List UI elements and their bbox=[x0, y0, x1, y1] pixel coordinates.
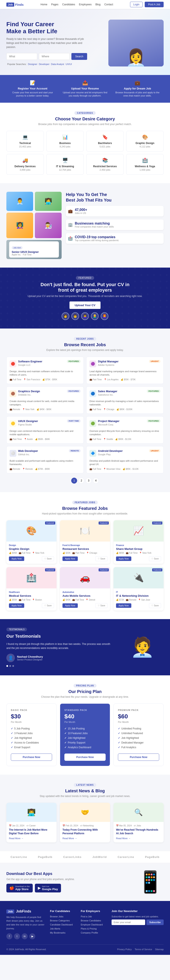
pricing-purchase-button[interactable]: Purchase Now bbox=[11, 754, 52, 761]
tag-uxui[interactable]: UX/UI bbox=[66, 63, 72, 65]
featured-save-button[interactable]: ♡ Save bbox=[149, 603, 161, 608]
tag-designer[interactable]: Designer bbox=[28, 63, 38, 65]
search-where-input[interactable] bbox=[39, 53, 70, 60]
footer-bottom-link[interactable]: Sitemap bbox=[155, 948, 164, 951]
footer-employer-link[interactable]: Plans & Pricing bbox=[81, 928, 107, 930]
category-technical[interactable]: 💻 Technical 15,402 jobs bbox=[6, 131, 44, 151]
page-btn-1[interactable]: 1 bbox=[71, 478, 77, 484]
brand-item: JobWorld bbox=[93, 855, 107, 859]
pricing-feature: 5 Job Posting bbox=[11, 726, 52, 731]
news-meta: 📅 Jan 22, 2024 🏷 Career bbox=[9, 824, 54, 827]
nav-candidates[interactable]: Candidates bbox=[62, 3, 75, 6]
nav-employees[interactable]: Employees bbox=[79, 3, 91, 6]
featured-save-button[interactable]: ♡ Save bbox=[42, 603, 54, 608]
footer-employer-link[interactable]: Browse Candidates bbox=[81, 919, 107, 922]
category-bachelors[interactable]: 🔖 Bachhelors 5,621 jobs bbox=[86, 131, 124, 151]
job-desc: Oversee project lifecycle from planning … bbox=[90, 429, 161, 436]
category-design[interactable]: 🎨 Graphic Design 4,112 jobs bbox=[126, 131, 164, 151]
category-business[interactable]: 📊 Business 8,243 jobs bbox=[46, 131, 84, 151]
youtube-icon[interactable]: ▶ bbox=[29, 933, 35, 939]
pricing-feature: 10 Featured Jobs bbox=[65, 731, 105, 736]
search-what-input[interactable] bbox=[6, 53, 37, 60]
cta-badge: FEATURED bbox=[76, 276, 94, 280]
cta-upload-button[interactable]: Upload Your CV bbox=[69, 301, 101, 309]
t-dot-1[interactable] bbox=[6, 665, 8, 667]
job-location: 📍 San Francisco bbox=[24, 379, 40, 381]
linkedin-icon[interactable]: in bbox=[22, 933, 28, 939]
featured-save-button[interactable]: ♡ Save bbox=[149, 556, 161, 561]
featured-apply-button[interactable]: Apply Now bbox=[116, 603, 131, 608]
featured-save-button[interactable]: ♡ Save bbox=[95, 603, 107, 608]
nav-contact[interactable]: Contact bbox=[104, 3, 113, 6]
nav-home[interactable]: Home bbox=[41, 3, 47, 6]
page-btn-4[interactable]: 4 bbox=[93, 478, 99, 484]
featured-save-button[interactable]: ♡ Save bbox=[42, 556, 54, 561]
featured-apply-button[interactable]: Apply Now bbox=[63, 557, 78, 561]
job-card: 🔵 Sales Manager Salesforce Inc. FEATURED… bbox=[86, 387, 164, 414]
footer-candidate-link[interactable]: Browse Jobs bbox=[50, 915, 76, 918]
app-store-button[interactable]: 🍎 Download on the App Store bbox=[6, 884, 33, 892]
featured-apply-button[interactable]: Apply Now bbox=[9, 557, 24, 561]
job-salary: 💰 $70K - $90K bbox=[35, 468, 50, 470]
footer-bottom-link[interactable]: Terms of Service bbox=[135, 948, 152, 951]
category-wellness[interactable]: 🏥 Wellness & Yoga 1,930 jobs bbox=[126, 154, 164, 175]
job-badge: FEATURED bbox=[67, 360, 80, 363]
footer-candidate-link[interactable]: Job Alerts bbox=[50, 928, 76, 930]
footer-employer-link[interactable]: Employer Dashboard bbox=[81, 923, 107, 926]
post-job-button[interactable]: Post A Job bbox=[145, 2, 164, 7]
t-dot-3[interactable] bbox=[12, 665, 14, 667]
play-store-button[interactable]: ▶ Get it on Google Play bbox=[35, 884, 61, 892]
featured-jobs-header: FEATURED JOBS Browse Featured Jobs Hand-… bbox=[6, 501, 164, 515]
category-restricted[interactable]: 📚 Restricted Services 2,450 jobs bbox=[86, 154, 124, 175]
job-desc: Drive revenue growth by managing a team … bbox=[90, 399, 161, 406]
footer-candidate-link[interactable]: Candidate Dashboard bbox=[50, 923, 76, 926]
login-button[interactable]: Login bbox=[130, 2, 143, 7]
page-btn-3[interactable]: 3 bbox=[86, 478, 91, 484]
nav-blog[interactable]: Blog bbox=[95, 3, 101, 6]
tag-developer[interactable]: Developer bbox=[39, 63, 49, 65]
newsletter-input[interactable] bbox=[112, 920, 145, 925]
footer-socials: f t in ▶ bbox=[6, 933, 45, 939]
step-resume: 📤 Upload Your Resume Upload your resume … bbox=[59, 80, 111, 97]
jobs-icon: 💼 bbox=[68, 209, 73, 213]
newsletter-subscribe-button[interactable]: Subscribe bbox=[146, 920, 164, 925]
featured-apply-button[interactable]: Apply Now bbox=[9, 603, 24, 608]
nav-pages[interactable]: Pages bbox=[51, 3, 58, 6]
featured-meta: 💰 $40K 💼 Full Time 📍 Detroit bbox=[63, 599, 107, 601]
t-dot-2[interactable] bbox=[9, 665, 11, 667]
featured-save-button[interactable]: ♡ Save bbox=[95, 556, 107, 561]
footer-bottom-link[interactable]: Privacy Policy bbox=[117, 948, 132, 951]
pricing-purchase-button[interactable]: Purchase Now bbox=[65, 754, 105, 761]
job-badge: FEATURED bbox=[67, 390, 80, 393]
avatar-1: 👩 bbox=[61, 312, 69, 320]
avatar-5: 👩‍🦰 bbox=[101, 312, 109, 320]
featured-apply-button[interactable]: Apply Now bbox=[116, 557, 131, 561]
tag-analyst[interactable]: Data Analyst bbox=[51, 63, 64, 65]
jobs-grid: 🔴 Software Engineer Google LLC FEATURED … bbox=[6, 356, 164, 473]
footer-candidate-link[interactable]: My Bookmarks bbox=[50, 931, 76, 934]
twitter-icon[interactable]: t bbox=[14, 933, 20, 939]
job-desc: Design user-centered interfaces and expe… bbox=[9, 429, 80, 436]
best-job-content: Help You To Get TheBest Job That Fits Yo… bbox=[66, 192, 164, 247]
hero-image: 👩‍💼 bbox=[109, 20, 164, 67]
search-button[interactable]: Search bbox=[71, 53, 87, 60]
news-read-more[interactable]: Read More → bbox=[116, 837, 131, 840]
news-read-more[interactable]: Read More → bbox=[9, 837, 24, 840]
job-location: 📍 Seattle bbox=[103, 438, 113, 441]
category-it[interactable]: 🖥️ IT & Streaming 12,764 jobs bbox=[46, 154, 84, 175]
footer-candidate-link[interactable]: Browse Categories bbox=[50, 919, 76, 922]
page-btn-2[interactable]: 2 bbox=[79, 478, 84, 484]
business-count: 8,243 jobs bbox=[49, 145, 81, 148]
step-resume-desc: Upload your resume and let employers fin… bbox=[61, 91, 109, 97]
it-name: IT & Streaming bbox=[49, 165, 81, 168]
footer-employer-link[interactable]: Company Profile bbox=[81, 931, 107, 934]
logo: Job Finds bbox=[6, 3, 24, 6]
job-card: 🟢 Project Manager Microsoft Corp. FEATUR… bbox=[86, 416, 164, 444]
featured-apply-button[interactable]: Apply Now bbox=[63, 603, 78, 608]
footer-employer-link[interactable]: Post a Job bbox=[81, 915, 107, 918]
facebook-icon[interactable]: f bbox=[6, 933, 12, 939]
news-read-more[interactable]: Read More → bbox=[63, 837, 77, 840]
category-delivery[interactable]: 🚚 Delivery Services 3,890 jobs bbox=[6, 154, 44, 175]
pricing-purchase-button[interactable]: Purchase Now bbox=[118, 754, 159, 761]
hero-section: Find Your CareerMake a Better Life Ready… bbox=[0, 9, 170, 75]
